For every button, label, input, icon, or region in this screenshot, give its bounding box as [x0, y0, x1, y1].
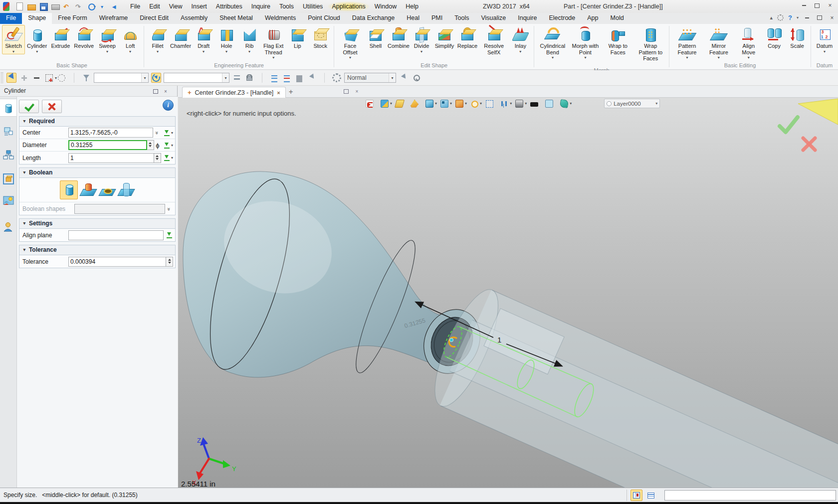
restore-button[interactable]: [813, 2, 821, 9]
material-icon[interactable]: ▾: [560, 100, 572, 108]
settings-section-header[interactable]: ▼Settings: [19, 219, 175, 229]
boolean-remove-button[interactable]: [98, 180, 116, 199]
menu-edit[interactable]: Edit: [146, 1, 164, 11]
save-icon[interactable]: ▾: [39, 2, 48, 11]
ribbon-button-loft[interactable]: Loft ▾: [119, 25, 142, 54]
boolean-section-header[interactable]: ▼Boolean: [19, 168, 175, 178]
lasso-select-icon[interactable]: ▾: [56, 73, 66, 83]
document-tab[interactable]: + Center Grinder.Z3 - [Handle] ×: [182, 87, 286, 98]
ribbon-button-morph-with-point[interactable]: Morph with Point ▾: [569, 25, 602, 60]
boolean-base-button[interactable]: [60, 180, 78, 199]
panel-toggle-button[interactable]: [630, 490, 642, 501]
ribbon-button-flag-ext-thread[interactable]: Flag Ext Thread ▾: [261, 25, 286, 60]
required-section-header[interactable]: ▼Required: [19, 117, 175, 127]
tab-weldments[interactable]: Weldments: [259, 13, 302, 24]
pick-filter-icon[interactable]: ▾: [44, 73, 54, 83]
ribbon-button-sketch[interactable]: Sketch ▾: [2, 25, 25, 54]
history-list-icon[interactable]: [282, 73, 292, 83]
boolean-add-button[interactable]: [79, 180, 97, 199]
tab-data-exchange[interactable]: Data Exchange: [346, 13, 401, 24]
settings-gear-icon[interactable]: [777, 14, 784, 21]
tab-inquire[interactable]: Inquire: [512, 13, 543, 24]
auto-regen-icon[interactable]: [151, 73, 161, 83]
collapse-left-icon[interactable]: ◀ ▾: [111, 2, 120, 11]
ribbon-button-simplify[interactable]: Simplify ▾: [433, 25, 456, 54]
zoom-select-icon[interactable]: [411, 73, 421, 83]
tolerance-spinner[interactable]: [166, 257, 173, 267]
ribbon-button-lip[interactable]: Lip ▾: [286, 25, 309, 54]
tab-tools[interactable]: Tools: [448, 13, 475, 24]
confirm-check-icon[interactable]: [780, 117, 798, 132]
separator[interactable]: ▾: [69, 73, 79, 83]
reference-combo[interactable]: ▾: [164, 73, 229, 83]
open-file-icon[interactable]: ▾: [27, 2, 36, 11]
input-list-icon[interactable]: [269, 73, 279, 83]
tolerance-section-header[interactable]: ▼Tolerance: [19, 245, 175, 255]
diameter-symbol-icon[interactable]: ϕ: [154, 142, 161, 149]
diameter-spinner[interactable]: [147, 140, 154, 150]
bounding-box-icon[interactable]: ▾: [455, 100, 467, 108]
input-combo[interactable]: ▾: [94, 73, 149, 83]
combo-dropdown-icon[interactable]: ▾: [389, 73, 396, 82]
filter-icon[interactable]: ▾: [81, 73, 91, 83]
toolbar-grip[interactable]: [1, 72, 3, 83]
layer-combo[interactable]: Layer0000 ▾: [604, 99, 660, 108]
ribbon-button-wrap-to-faces[interactable]: Wrap to Faces ▾: [602, 25, 634, 60]
lock-icon[interactable]: [244, 73, 254, 83]
view-manager-icon[interactable]: [2, 172, 15, 185]
separator[interactable]: [319, 73, 329, 83]
shade-mode-icon[interactable]: ▾: [425, 100, 437, 108]
view-orientation-icon[interactable]: ▾: [440, 100, 452, 108]
section-view-icon[interactable]: ▾: [500, 100, 512, 108]
cancel-x-icon[interactable]: [803, 138, 815, 150]
info-icon[interactable]: i: [163, 100, 174, 111]
new-file-icon[interactable]: ▾: [15, 2, 24, 11]
show-face-icon[interactable]: ▾: [411, 100, 422, 108]
visual-manager-icon[interactable]: [2, 194, 15, 207]
ribbon-button-hole[interactable]: Hole ▾: [215, 25, 238, 54]
erase-icon[interactable]: ▾: [396, 100, 407, 108]
tabbar-float-icon[interactable]: [343, 88, 349, 95]
boolean-intersect-button[interactable]: [117, 180, 135, 199]
panel-close-icon[interactable]: ×: [162, 88, 169, 95]
ribbon-button-resolve-selfx[interactable]: Resolve SelfX ▾: [479, 25, 509, 60]
tab-mold[interactable]: Mold: [605, 13, 630, 24]
align-plane-input[interactable]: [68, 230, 164, 240]
ribbon-button-inlay[interactable]: Inlay ▾: [509, 25, 532, 54]
new-tab-button[interactable]: +: [289, 88, 293, 96]
tab-file[interactable]: File: [0, 13, 22, 24]
ribbon-button-rib[interactable]: Rib ▾: [238, 25, 261, 54]
help-dropdown-icon[interactable]: ▾: [797, 15, 799, 20]
ribbon-button-chamfer[interactable]: Chamfer ▾: [169, 25, 192, 54]
background-icon[interactable]: ▾: [515, 100, 527, 108]
regen-gear-icon[interactable]: [332, 73, 342, 83]
minimize-button[interactable]: [800, 2, 808, 9]
menu-attributes[interactable]: Attributes: [212, 1, 246, 11]
edge-display-icon[interactable]: ▾: [530, 101, 542, 107]
doc-minimize-button[interactable]: [803, 14, 811, 21]
ribbon-button-scale[interactable]: Scale ▾: [786, 25, 809, 54]
history-manager-icon[interactable]: [2, 149, 15, 162]
ribbon-button-cylindrical-bend[interactable]: Cylindrical Bend ▾: [536, 25, 569, 60]
close-button[interactable]: ×: [826, 2, 834, 9]
menu-insert[interactable]: Insert: [188, 1, 210, 11]
role-manager-icon[interactable]: [2, 220, 15, 233]
window-select-icon[interactable]: ▾: [485, 100, 497, 108]
menu-tools[interactable]: Tools: [276, 1, 297, 11]
tab-direct-edit[interactable]: Direct Edit: [134, 13, 175, 24]
ribbon-button-fillet[interactable]: Fillet ▾: [146, 25, 169, 54]
help-icon[interactable]: ?: [788, 14, 792, 21]
expand-chevrons-icon[interactable]: [165, 206, 173, 212]
snap-icon[interactable]: [232, 73, 242, 83]
viewport-canvas[interactable]: 0.31255 1: [178, 98, 838, 488]
pulldown-icon[interactable]: ▾ ▾: [99, 2, 108, 11]
pick-point-icon[interactable]: [163, 129, 171, 137]
tab-electrode[interactable]: Electrode: [543, 13, 581, 24]
ribbon-button-datum[interactable]: Datum ▾: [813, 25, 836, 54]
diameter-input[interactable]: [68, 140, 147, 150]
undo-icon[interactable]: ↶ ▾: [63, 2, 72, 11]
pick-dropdown-icon[interactable]: ▾: [171, 156, 173, 160]
tab-assembly[interactable]: Assembly: [175, 13, 213, 24]
ribbon-button-draft[interactable]: Draft ▾: [192, 25, 215, 54]
ribbon-button-shell[interactable]: Shell ▾: [364, 25, 387, 54]
